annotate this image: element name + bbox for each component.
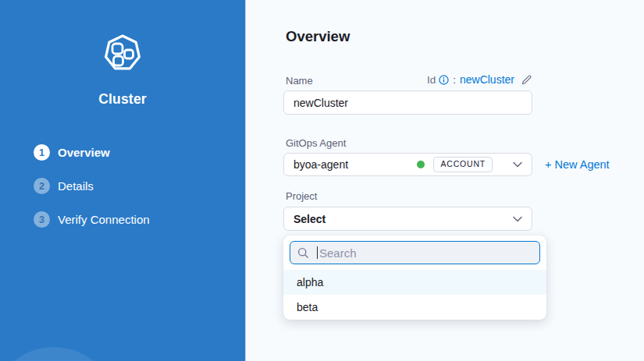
wizard-sidebar: Cluster 1 Overview 2 Details 3 Verify Co… bbox=[0, 0, 246, 361]
chevron-down-icon bbox=[513, 161, 522, 168]
name-label: Name bbox=[286, 75, 313, 87]
gitops-agent-label: GitOps Agent bbox=[286, 137, 346, 149]
new-agent-link[interactable]: + New Agent bbox=[545, 158, 610, 171]
edit-id-icon[interactable] bbox=[521, 74, 532, 86]
step-number-badge: 3 bbox=[34, 211, 50, 228]
project-search-box[interactable] bbox=[290, 241, 540, 264]
project-option-beta[interactable]: beta bbox=[283, 295, 546, 320]
gitops-agent-select[interactable]: byoa-agent ACCOUNT bbox=[283, 153, 532, 176]
id-display: Id : newCluster bbox=[427, 73, 532, 86]
info-icon[interactable] bbox=[439, 75, 449, 85]
project-label: Project bbox=[286, 190, 317, 202]
id-value: newCluster bbox=[460, 73, 514, 86]
step-details[interactable]: 2 Details bbox=[34, 178, 245, 194]
agent-healthy-dot-icon bbox=[417, 161, 425, 168]
cluster-icon bbox=[103, 62, 142, 75]
project-search-input[interactable] bbox=[318, 246, 532, 260]
step-verify-connection[interactable]: 3 Verify Connection bbox=[34, 211, 245, 228]
chevron-down-icon bbox=[513, 216, 522, 222]
overview-step-panel: Overview Name Id : newCluster GitOps Age… bbox=[246, 0, 644, 361]
cluster-wizard-window: Cluster 1 Overview 2 Details 3 Verify Co… bbox=[0, 0, 644, 361]
id-prefix: Id bbox=[427, 74, 436, 86]
decorative-circle bbox=[0, 347, 117, 361]
page-title: Overview bbox=[286, 28, 350, 45]
step-number-badge: 1 bbox=[34, 144, 50, 161]
step-label: Verify Connection bbox=[58, 213, 150, 226]
search-icon bbox=[297, 247, 309, 259]
id-separator: : bbox=[453, 74, 456, 86]
project-select-placeholder: Select bbox=[294, 213, 326, 225]
step-number-badge: 2 bbox=[34, 178, 50, 194]
gitops-agent-value: byoa-agent bbox=[294, 158, 348, 171]
project-option-alpha[interactable]: alpha bbox=[283, 270, 546, 295]
wizard-title: Cluster bbox=[0, 91, 245, 108]
agent-scope-badge: ACCOUNT bbox=[433, 157, 493, 172]
step-overview[interactable]: 1 Overview bbox=[34, 144, 245, 161]
step-label: Details bbox=[58, 179, 94, 193]
project-dropdown-panel: alpha beta bbox=[283, 235, 546, 320]
name-input[interactable] bbox=[283, 90, 532, 115]
project-select[interactable]: Select bbox=[283, 207, 532, 231]
step-label: Overview bbox=[58, 146, 110, 159]
wizard-steps: 1 Overview 2 Details 3 Verify Connection bbox=[0, 144, 245, 228]
